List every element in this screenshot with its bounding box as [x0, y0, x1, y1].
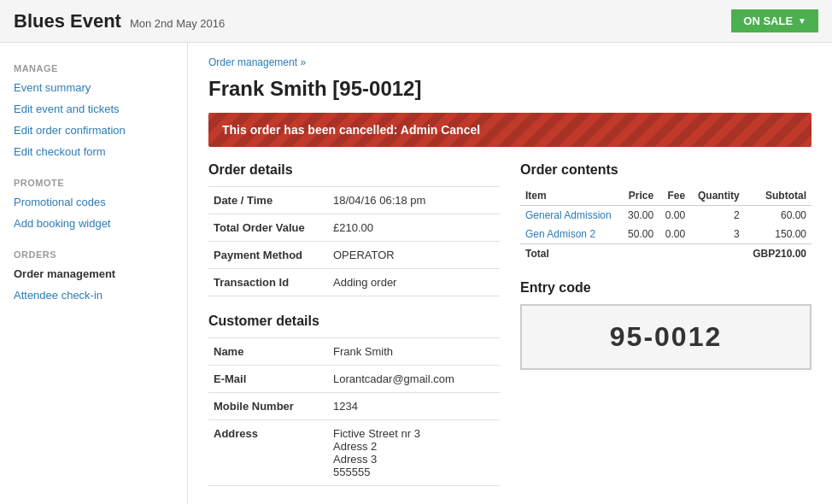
sidebar: MANAGE Event summary Edit event and tick…	[0, 43, 188, 504]
row-value: Adding order	[328, 269, 500, 296]
row-label: Total Order Value	[208, 214, 328, 242]
row-value: 1234	[328, 393, 500, 420]
row-value[interactable]: Frank Smith	[328, 338, 500, 366]
row-value: Fictive Street nr 3 Adress 2 Adress 3 55…	[328, 420, 500, 486]
row-label: Transaction Id	[208, 269, 328, 296]
breadcrumb[interactable]: Order management »	[208, 56, 811, 68]
sidebar-item-edit-checkout-form[interactable]: Edit checkout form	[0, 141, 187, 162]
row-cell: 2	[690, 206, 745, 226]
order-contents-table: ItemPriceFeeQuantitySubtotal General Adm…	[520, 186, 811, 263]
row-label: Date / Time	[208, 187, 328, 214]
order-contents-title: Order contents	[520, 162, 811, 178]
main-content: Order management » Frank Smith [95-0012]…	[188, 43, 832, 504]
order-details-table: Date / Time18/04/16 06:18 pmTotal Order …	[208, 186, 500, 296]
table-row: Payment MethodOPERATOR	[208, 242, 500, 269]
total-value: GBP210.00	[745, 244, 811, 264]
table-row: General Admission30.000.00260.00	[520, 206, 811, 226]
layout: MANAGE Event summary Edit event and tick…	[0, 43, 832, 504]
row-label: Mobile Number	[208, 393, 328, 420]
column-header: Price	[621, 186, 659, 206]
row-value[interactable]: Lorantcadar@gmail.com	[328, 366, 500, 393]
sidebar-item-attendee-check-in[interactable]: Attendee check-in	[0, 284, 187, 306]
sidebar-item-promotional-codes[interactable]: Promotional codes	[0, 191, 187, 213]
table-row: AddressFictive Street nr 3 Adress 2 Adre…	[208, 420, 500, 486]
row-label: Name	[208, 338, 328, 366]
row-cell: Gen Admison 2	[520, 225, 621, 244]
entry-code-section: Entry code 95-0012	[520, 280, 811, 370]
left-column: Order details Date / Time18/04/16 06:18 …	[208, 162, 500, 486]
total-label: Total	[520, 244, 745, 264]
column-header: Fee	[659, 186, 690, 206]
sidebar-item-order-management[interactable]: Order management	[0, 263, 187, 284]
sidebar-item-event-summary[interactable]: Event summary	[0, 77, 187, 98]
column-header: Item	[520, 186, 621, 206]
row-label: Address	[208, 420, 328, 486]
right-column: Order contents ItemPriceFeeQuantitySubto…	[520, 162, 811, 486]
table-row: E-MailLorantcadar@gmail.com	[208, 366, 500, 393]
on-sale-button[interactable]: ON SALE ▼	[731, 9, 818, 32]
row-value: £210.00	[328, 214, 500, 242]
manage-section-label: MANAGE	[0, 56, 187, 77]
customer-details-table: NameFrank SmithE-MailLorantcadar@gmail.c…	[208, 337, 500, 486]
row-cell: General Admission	[520, 206, 621, 226]
table-row: Transaction IdAdding order	[208, 269, 500, 296]
entry-code-title: Entry code	[520, 280, 811, 296]
sidebar-item-add-booking-widget[interactable]: Add booking widget	[0, 213, 187, 234]
order-details-title: Order details	[208, 162, 500, 178]
row-cell: 150.00	[745, 225, 811, 244]
customer-details-title: Customer details	[208, 314, 500, 329]
total-row: TotalGBP210.00	[520, 244, 811, 264]
table-row: Mobile Number1234	[208, 393, 500, 420]
row-value: OPERATOR	[328, 242, 500, 269]
table-row: Total Order Value£210.00	[208, 214, 500, 242]
order-name: Frank Smith [95-0012]	[208, 77, 811, 101]
row-label: Payment Method	[208, 242, 328, 269]
promote-section-label: PROMOTE	[0, 171, 187, 191]
column-header: Quantity	[690, 186, 745, 206]
row-cell: 30.00	[621, 206, 659, 226]
header-left: Blues Event Mon 2nd May 2016	[14, 10, 225, 32]
app-title: Blues Event	[14, 10, 121, 32]
sidebar-item-edit-event-tickets[interactable]: Edit event and tickets	[0, 98, 187, 120]
on-sale-label: ON SALE	[743, 15, 793, 27]
entry-code-value: 95-0012	[520, 304, 811, 370]
sidebar-item-edit-order-confirmation[interactable]: Edit order confirmation	[0, 120, 187, 141]
cancelled-banner: This order has been cancelled: Admin Can…	[208, 113, 811, 147]
header: Blues Event Mon 2nd May 2016 ON SALE ▼	[0, 0, 832, 43]
table-row: Date / Time18/04/16 06:18 pm	[208, 187, 500, 214]
event-date: Mon 2nd May 2016	[130, 17, 225, 30]
row-value[interactable]: 18/04/16 06:18 pm	[328, 187, 500, 214]
row-cell: 0.00	[659, 225, 690, 244]
row-cell: 3	[690, 225, 745, 244]
column-header: Subtotal	[745, 186, 811, 206]
row-cell: 50.00	[621, 225, 659, 244]
orders-section-label: ORDERS	[0, 243, 187, 263]
row-cell: 60.00	[745, 206, 811, 226]
row-cell: 0.00	[659, 206, 690, 226]
two-col-layout: Order details Date / Time18/04/16 06:18 …	[208, 162, 811, 486]
dropdown-arrow-icon: ▼	[798, 16, 806, 26]
table-row: Gen Admison 250.000.003150.00	[520, 225, 811, 244]
table-row: NameFrank Smith	[208, 338, 500, 366]
row-label: E-Mail	[208, 366, 328, 393]
